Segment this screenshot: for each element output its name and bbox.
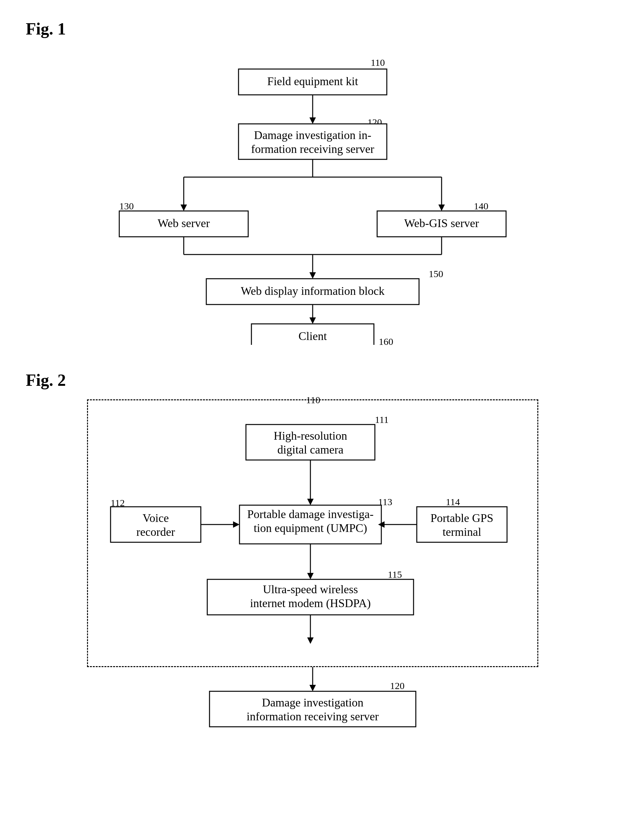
svg-text:Client: Client — [299, 330, 327, 343]
svg-text:Portable GPS: Portable GPS — [430, 512, 493, 525]
svg-marker-40 — [307, 499, 314, 505]
svg-text:internet modem (HSDPA): internet modem (HSDPA) — [250, 597, 371, 610]
svg-marker-66 — [309, 685, 316, 691]
svg-text:150: 150 — [429, 268, 443, 279]
svg-text:Damage investigation: Damage investigation — [262, 696, 363, 709]
svg-text:recorder: recorder — [136, 525, 175, 538]
fig2-outer-nodes: 120 Damage investigation information rec… — [110, 667, 516, 732]
svg-marker-4 — [309, 117, 316, 124]
fig2-section: Fig. 2 110 111 High-resolution digital c… — [26, 371, 599, 733]
svg-text:Web display information block: Web display information block — [241, 285, 384, 298]
fig1-section: Fig. 1 110 Field equipment kit 120 Damag… — [26, 19, 599, 345]
fig2-dashed-container: 111 High-resolution digital camera 112 V… — [87, 399, 538, 667]
fig2-label: Fig. 2 — [26, 371, 599, 390]
svg-text:digital camera: digital camera — [277, 443, 343, 456]
svg-marker-58 — [307, 573, 314, 579]
svg-text:Web server: Web server — [157, 217, 210, 230]
svg-text:terminal: terminal — [443, 525, 481, 538]
svg-text:Field equipment kit: Field equipment kit — [267, 75, 358, 88]
svg-text:140: 140 — [474, 201, 488, 211]
fig1-diagram: 110 Field equipment kit 120 Damage inves… — [87, 48, 538, 345]
svg-text:Ultra-speed wireless: Ultra-speed wireless — [263, 583, 358, 596]
svg-text:160: 160 — [379, 336, 393, 345]
svg-marker-46 — [233, 521, 239, 528]
svg-text:Voice: Voice — [143, 512, 169, 525]
svg-text:tion equipment (UMPC): tion equipment (UMPC) — [254, 522, 367, 535]
svg-text:Web-GIS server: Web-GIS server — [404, 217, 479, 230]
svg-text:120: 120 — [390, 680, 404, 691]
svg-marker-18 — [438, 204, 445, 211]
svg-marker-31 — [309, 318, 316, 324]
svg-text:High-resolution: High-resolution — [274, 429, 347, 442]
svg-text:Damage investigation in-: Damage investigation in- — [254, 129, 371, 142]
svg-marker-13 — [180, 204, 187, 211]
svg-text:111: 111 — [375, 416, 389, 425]
svg-marker-64 — [307, 637, 314, 644]
svg-text:Portable damage investiga-: Portable damage investiga- — [247, 508, 373, 521]
svg-text:information receiving server: information receiving server — [247, 710, 379, 723]
svg-text:130: 130 — [119, 201, 134, 211]
svg-text:115: 115 — [388, 569, 402, 580]
svg-text:114: 114 — [446, 496, 460, 507]
fig2-inner-diagram: 111 High-resolution digital camera 112 V… — [107, 416, 513, 649]
fig1-label: Fig. 1 — [26, 19, 599, 38]
svg-marker-26 — [309, 272, 316, 279]
svg-text:110: 110 — [371, 57, 385, 68]
svg-text:formation receiving server: formation receiving server — [251, 143, 374, 156]
